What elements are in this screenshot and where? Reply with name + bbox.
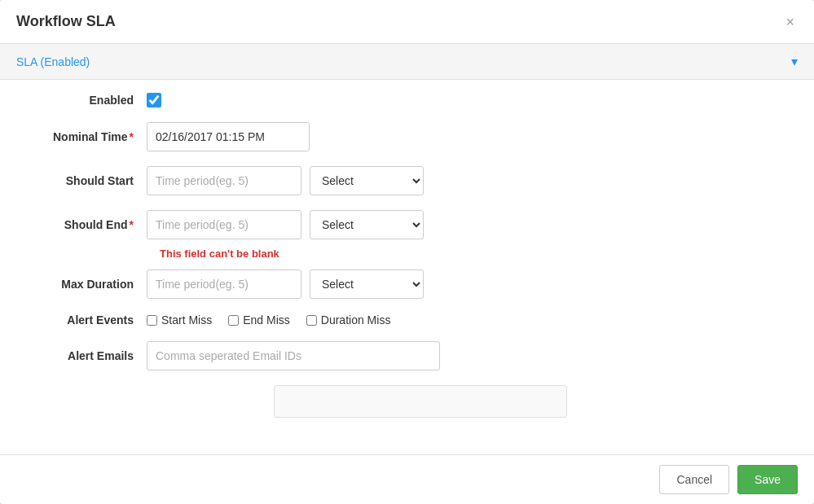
save-button[interactable]: Save [737,465,798,494]
should-end-select[interactable]: Select Minutes Hours Days [310,210,424,239]
should-start-label: Should Start [33,174,147,187]
duration-miss-option[interactable]: Duration Miss [306,313,391,327]
max-duration-label: Max Duration [33,278,147,291]
nominal-time-label: Nominal Time* [33,130,147,143]
alert-events-label: Alert Events [33,313,147,327]
should-start-period-input[interactable] [147,166,301,195]
should-start-select[interactable]: Select Minutes Hours Days [310,166,424,195]
max-duration-select[interactable]: Select Minutes Hours Days [310,270,424,299]
enabled-row: Enabled [33,93,781,107]
modal: Workflow SLA × SLA (Enabled) ▾ Enabled N… [0,0,814,504]
enabled-label: Enabled [33,94,147,107]
error-message: This field can't be blank [160,248,781,260]
max-duration-period-input[interactable] [147,270,301,299]
modal-title: Workflow SLA [16,13,116,30]
nominal-time-input[interactable] [147,122,310,151]
alert-emails-row: Alert Emails [33,341,781,370]
duration-miss-checkbox[interactable] [306,315,317,326]
last-row-placeholder [274,385,567,418]
alert-events-row: Alert Events Start Miss End Miss Duratio… [33,313,781,327]
modal-footer: Cancel Save [0,454,814,504]
end-miss-checkbox[interactable] [228,315,239,326]
close-button[interactable]: × [782,15,798,29]
max-duration-row: Max Duration Select Minutes Hours Days [33,270,781,299]
start-miss-label: Start Miss [161,313,212,327]
modal-header: Workflow SLA × [0,0,814,44]
alert-emails-label: Alert Emails [33,349,147,362]
section-header[interactable]: SLA (Enabled) ▾ [0,44,814,80]
should-end-label: Should End* [33,218,147,231]
alert-emails-input[interactable] [147,341,440,370]
start-miss-checkbox[interactable] [147,315,157,326]
last-row-placeholder-row [33,385,781,418]
should-start-row: Should Start Select Minutes Hours Days [33,166,781,195]
duration-miss-label: Duration Miss [321,313,391,327]
start-miss-option[interactable]: Start Miss [147,313,212,327]
end-miss-label: End Miss [243,313,290,327]
modal-body: SLA (Enabled) ▾ Enabled Nominal Time* Sh… [0,44,814,454]
should-end-row: Should End* Select Minutes Hours Days [33,210,781,239]
should-end-period-input[interactable] [147,210,301,239]
end-miss-option[interactable]: End Miss [228,313,290,327]
enabled-checkbox[interactable] [147,93,161,107]
cancel-button[interactable]: Cancel [659,465,729,494]
chevron-down-icon: ▾ [791,54,798,69]
section-title: SLA (Enabled) [16,55,90,68]
alert-events-options: Start Miss End Miss Duration Miss [147,313,390,327]
nominal-time-row: Nominal Time* [33,122,781,151]
form-body: Enabled Nominal Time* Should Start Selec… [0,80,814,445]
